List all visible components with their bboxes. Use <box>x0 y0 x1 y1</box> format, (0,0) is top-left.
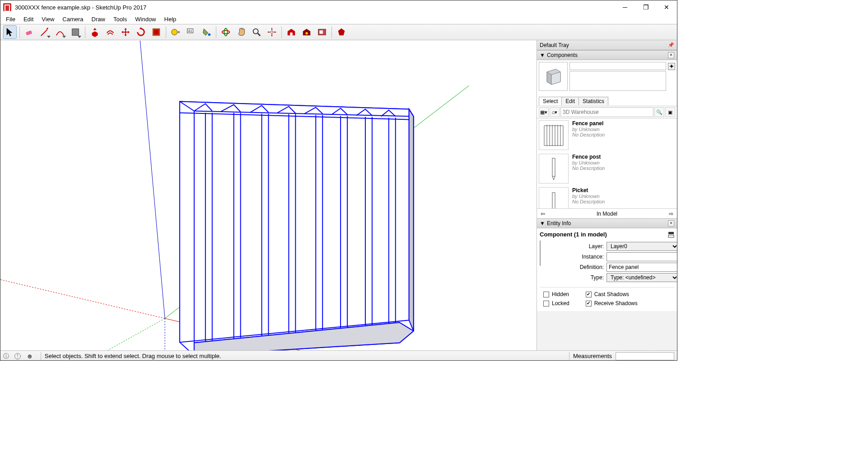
receive-shadows-checkbox[interactable]: ✔Receive Shadows <box>586 300 638 306</box>
menu-camera[interactable]: Camera <box>59 15 87 24</box>
svg-rect-5 <box>177 31 180 33</box>
svg-point-9 <box>222 30 230 33</box>
measurements-label: Measurements <box>573 353 612 359</box>
default-tray: Default Tray 📌 ▼ Components × ✦ <box>537 40 677 350</box>
help-icon[interactable]: ⓘ <box>3 352 9 360</box>
offset-tool[interactable] <box>103 25 117 39</box>
list-item[interactable]: Fence post by Unknown No Description <box>537 152 677 185</box>
component-description-input[interactable] <box>569 71 666 91</box>
menubar: File Edit View Camera Draw Tools Window … <box>0 14 677 24</box>
warehouse-tool[interactable] <box>285 25 298 39</box>
material-swatch[interactable] <box>540 240 541 266</box>
entity-heading: Component (1 in model) <box>540 231 607 238</box>
menu-file[interactable]: File <box>2 15 19 24</box>
definition-input[interactable] <box>607 263 677 272</box>
cast-shadows-checkbox[interactable]: ✔Cast Shadows <box>586 291 638 297</box>
svg-point-12 <box>271 31 273 33</box>
svg-point-8 <box>208 33 211 36</box>
tab-edit[interactable]: Edit <box>561 97 579 105</box>
breadcrumb: In Model <box>597 211 617 217</box>
entity-close-button[interactable]: × <box>668 220 674 226</box>
user-icon[interactable]: ☻ <box>26 352 33 360</box>
collapse-icon: ▼ <box>540 220 545 226</box>
layer-select[interactable]: Layer0 <box>607 242 677 251</box>
nav-back-button[interactable]: ⇦ <box>539 211 547 217</box>
app-icon <box>3 3 11 11</box>
svg-rect-3 <box>154 30 159 35</box>
component-name-input[interactable] <box>569 62 666 70</box>
svg-point-14 <box>305 32 308 35</box>
maximize-button[interactable]: ❐ <box>635 0 656 14</box>
eraser-tool[interactable] <box>23 25 36 39</box>
menu-help[interactable]: Help <box>161 15 180 24</box>
instance-input[interactable] <box>607 252 677 261</box>
svg-rect-1 <box>72 29 79 36</box>
move-tool[interactable] <box>119 25 132 39</box>
zoom-tool[interactable] <box>250 25 263 39</box>
svg-point-4 <box>172 29 177 35</box>
extension-warehouse-tool[interactable] <box>300 25 313 39</box>
entity-info-panel-header[interactable]: ▼ Entity Info × <box>537 218 677 228</box>
close-button[interactable]: ✕ <box>656 0 677 14</box>
components-panel-header[interactable]: ▼ Components × <box>537 50 677 60</box>
type-select[interactable]: Type: <undefined> <box>607 273 677 282</box>
scale-tool[interactable] <box>149 25 163 39</box>
svg-rect-66 <box>668 235 674 237</box>
menu-view[interactable]: View <box>38 15 58 24</box>
layout-tool[interactable] <box>315 25 329 39</box>
paint-tool[interactable] <box>200 25 213 39</box>
svg-rect-64 <box>552 193 555 208</box>
tab-statistics[interactable]: Statistics <box>579 97 608 105</box>
status-bar: ⓘ ! ☻ Select objects. Shift to extend se… <box>0 350 677 361</box>
rotate-tool[interactable] <box>134 25 148 39</box>
component-advanced-button[interactable]: ✦ <box>668 63 675 70</box>
tray-pin-icon[interactable]: 📌 <box>668 42 674 48</box>
list-item[interactable]: Picket by Unknown No Description <box>537 185 677 208</box>
hidden-checkbox[interactable]: Hidden <box>543 291 569 297</box>
svg-rect-16 <box>320 30 323 33</box>
menu-window[interactable]: Window <box>131 15 159 24</box>
pushpull-tool[interactable] <box>88 25 102 39</box>
svg-line-22 <box>140 41 165 318</box>
svg-marker-24 <box>180 102 409 343</box>
menu-draw[interactable]: Draw <box>88 15 109 24</box>
select-tool[interactable] <box>3 25 17 39</box>
svg-rect-63 <box>552 158 555 176</box>
line-tool[interactable] <box>38 25 51 39</box>
minimize-button[interactable]: ─ <box>615 0 635 14</box>
svg-point-11 <box>253 29 258 34</box>
locked-checkbox[interactable]: Locked <box>543 300 569 306</box>
ruby-tool[interactable] <box>335 25 348 39</box>
measurements-input[interactable] <box>616 352 674 360</box>
orbit-tool[interactable] <box>219 25 233 39</box>
nav-home-button[interactable]: ⌂▾ <box>550 107 560 117</box>
window-title: 3000XXX fence example.skp - SketchUp Pro… <box>15 4 146 11</box>
geo-icon[interactable]: ! <box>14 353 21 359</box>
pan-tool[interactable] <box>234 25 248 39</box>
zoom-extents-tool[interactable] <box>265 25 279 39</box>
component-list[interactable]: Fence panel by Unknown No Description Fe… <box>537 118 677 208</box>
svg-point-10 <box>224 28 227 36</box>
toolbar: A1 <box>0 24 677 40</box>
svg-line-17 <box>0 280 165 319</box>
search-button[interactable]: 🔍 <box>654 107 664 117</box>
menu-edit[interactable]: Edit <box>20 15 37 24</box>
details-button[interactable]: ▣ <box>665 107 675 117</box>
nav-forward-button[interactable]: ⇨ <box>667 211 675 217</box>
text-tool[interactable]: A1 <box>184 25 198 39</box>
menu-tools[interactable]: Tools <box>110 15 131 24</box>
search-input[interactable] <box>560 107 653 117</box>
svg-marker-46 <box>409 109 414 331</box>
viewport-3d[interactable] <box>0 40 537 350</box>
arc-tool[interactable] <box>53 25 67 39</box>
components-close-button[interactable]: × <box>668 52 674 58</box>
svg-text:A1: A1 <box>188 29 192 33</box>
entity-toggle-button[interactable] <box>668 231 674 238</box>
svg-line-19 <box>0 318 165 350</box>
svg-rect-0 <box>26 30 33 35</box>
shape-tool[interactable] <box>69 25 82 39</box>
list-item[interactable]: Fence panel by Unknown No Description <box>537 118 677 152</box>
tape-tool[interactable] <box>169 25 182 39</box>
view-options-button[interactable]: ▦▾ <box>539 107 549 117</box>
tab-select[interactable]: Select <box>539 97 562 105</box>
